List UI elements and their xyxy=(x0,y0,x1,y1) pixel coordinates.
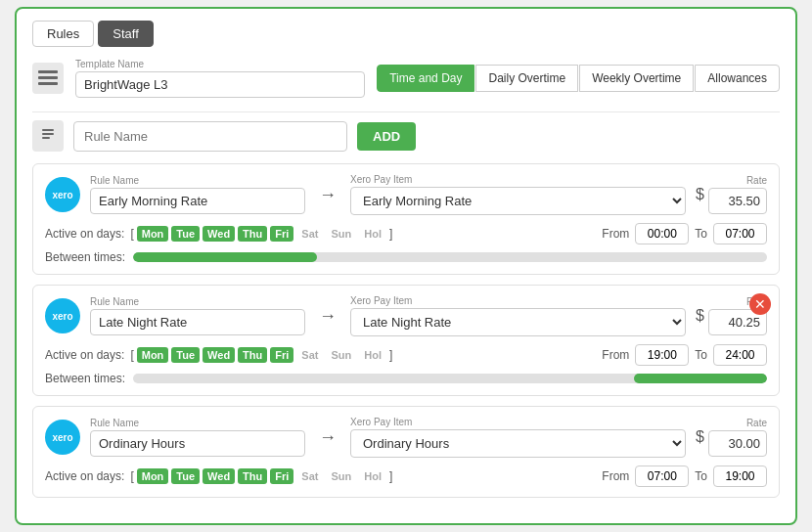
pay-item-box-1: Xero Pay Item Early Morning Rate xyxy=(350,174,686,215)
between-times-text-1: Between times: xyxy=(45,250,125,264)
day-sun-1[interactable]: Sun xyxy=(326,226,356,242)
rule-card-top-3: xero Rule Name → Xero Pay Item Ordinary … xyxy=(45,417,767,458)
rate-input-1[interactable] xyxy=(708,188,767,214)
header-divider xyxy=(32,111,780,112)
time-range-2: From To xyxy=(602,344,767,366)
time-bar-1 xyxy=(133,252,767,262)
between-times-text-2: Between times: xyxy=(45,372,125,385)
days-brackets-1: [ Mon Tue Wed Thu Fri Sat Sun Hol ] xyxy=(130,226,392,242)
rate-label-1: Rate xyxy=(708,175,767,186)
tab-rules[interactable]: Rules xyxy=(32,21,94,47)
svg-rect-3 xyxy=(42,129,54,131)
from-label-1: From xyxy=(602,227,629,241)
day-sun-3[interactable]: Sun xyxy=(326,468,356,484)
add-rule-button[interactable]: ADD xyxy=(357,122,416,151)
day-fri-1[interactable]: Fri xyxy=(270,226,293,242)
rule-name-input-1[interactable] xyxy=(90,188,305,214)
xero-badge-3: xero xyxy=(45,420,80,455)
day-sat-3[interactable]: Sat xyxy=(296,468,323,484)
day-thu-1[interactable]: Thu xyxy=(238,226,267,242)
day-sat-1[interactable]: Sat xyxy=(296,226,323,242)
from-input-3[interactable] xyxy=(635,466,689,487)
nav-btn-daily-overtime[interactable]: Daily Overtime xyxy=(475,65,578,92)
rule-name-box-1: Rule Name xyxy=(90,175,305,214)
pay-item-select-3[interactable]: Ordinary Hours xyxy=(350,429,686,458)
day-thu-3[interactable]: Thu xyxy=(238,468,267,484)
pay-item-box-2: Xero Pay Item Late Night Rate xyxy=(350,295,686,336)
active-days-text-3: Active on days: xyxy=(45,469,124,483)
template-icon xyxy=(32,63,64,94)
pay-item-select-1[interactable]: Early Morning Rate xyxy=(350,187,686,215)
day-wed-1[interactable]: Wed xyxy=(203,226,235,242)
add-rule-row: ADD xyxy=(32,120,780,152)
day-tue-2[interactable]: Tue xyxy=(171,347,200,363)
arrow-icon-1: → xyxy=(319,185,337,205)
to-label-2: To xyxy=(695,348,707,362)
rate-label-3: Rate xyxy=(708,418,767,428)
from-label-2: From xyxy=(602,348,629,362)
active-days-text-2: Active on days: xyxy=(45,348,124,362)
day-mon-3[interactable]: Mon xyxy=(137,468,169,484)
day-sun-2[interactable]: Sun xyxy=(326,347,356,363)
nav-buttons: Time and Day Daily Overtime Weekly Overt… xyxy=(377,65,780,92)
to-label-1: To xyxy=(695,227,707,241)
rules-container: xero Rule Name → Xero Pay Item Early Mor… xyxy=(32,163,780,498)
days-brackets-3: [ Mon Tue Wed Thu Fri Sat Sun Hol ] xyxy=(130,468,392,484)
xero-badge-1: xero xyxy=(45,177,80,212)
rule-name-input-3[interactable] xyxy=(90,430,305,457)
header-row: Template Name Time and Day Daily Overtim… xyxy=(32,59,780,98)
time-range-1: From To xyxy=(602,223,767,244)
pay-item-select-2[interactable]: Late Night Rate xyxy=(350,308,686,336)
to-input-3[interactable] xyxy=(713,466,767,487)
day-fri-2[interactable]: Fri xyxy=(270,347,293,363)
tab-staff[interactable]: Staff xyxy=(98,21,154,47)
new-rule-name-input[interactable] xyxy=(73,121,347,152)
delete-rule-2-button[interactable]: ✕ xyxy=(749,293,771,315)
day-hol-2[interactable]: Hol xyxy=(359,347,386,363)
day-wed-3[interactable]: Wed xyxy=(203,468,235,484)
top-tabs: Rules Staff xyxy=(32,21,780,47)
arrow-icon-2: → xyxy=(319,306,337,327)
time-bar-2 xyxy=(133,374,767,383)
day-hol-1[interactable]: Hol xyxy=(359,226,386,242)
day-sat-2[interactable]: Sat xyxy=(296,347,323,363)
pay-item-box-3: Xero Pay Item Ordinary Hours xyxy=(350,417,686,458)
day-thu-2[interactable]: Thu xyxy=(238,347,267,363)
rule-card-3: xero Rule Name → Xero Pay Item Ordinary … xyxy=(32,406,780,498)
rule-card-2: ✕ xero Rule Name → Xero Pay Item Late Ni… xyxy=(32,285,780,396)
to-input-1[interactable] xyxy=(713,223,767,244)
from-label-3: From xyxy=(602,469,629,483)
svg-rect-4 xyxy=(42,133,54,135)
from-input-2[interactable] xyxy=(635,344,689,366)
svg-rect-2 xyxy=(38,82,58,85)
dollar-sign-3: $ xyxy=(696,428,704,446)
to-input-2[interactable] xyxy=(713,344,767,366)
app-container: Rules Staff Template Name Time and Day D… xyxy=(15,7,797,525)
day-tue-3[interactable]: Tue xyxy=(171,468,200,484)
rate-box-3: Rate xyxy=(708,418,767,457)
nav-btn-time-and-day[interactable]: Time and Day xyxy=(377,65,474,92)
nav-btn-allowances[interactable]: Allowances xyxy=(695,65,780,92)
time-bar-fill-2 xyxy=(634,374,767,383)
pay-item-label-3: Xero Pay Item xyxy=(350,417,686,427)
active-days-text-1: Active on days: xyxy=(45,227,124,241)
template-name-input[interactable] xyxy=(75,71,365,98)
dollar-rate-3: $ Rate xyxy=(696,418,767,457)
rule-card-1: xero Rule Name → Xero Pay Item Early Mor… xyxy=(32,163,780,275)
rule-card-top-1: xero Rule Name → Xero Pay Item Early Mor… xyxy=(45,174,767,215)
day-mon-2[interactable]: Mon xyxy=(137,347,169,363)
rate-input-3[interactable] xyxy=(708,430,767,457)
day-fri-3[interactable]: Fri xyxy=(270,468,293,484)
day-hol-3[interactable]: Hol xyxy=(359,468,386,484)
day-tue-1[interactable]: Tue xyxy=(171,226,200,242)
rule-name-label-1: Rule Name xyxy=(90,175,305,186)
day-mon-1[interactable]: Mon xyxy=(137,226,169,242)
rate-box-1: Rate xyxy=(708,175,767,214)
from-input-1[interactable] xyxy=(635,223,689,244)
template-name-field: Template Name xyxy=(75,59,365,98)
active-days-row-2: Active on days: [ Mon Tue Wed Thu Fri Sa… xyxy=(45,344,767,366)
rule-name-input-2[interactable] xyxy=(90,309,305,335)
day-wed-2[interactable]: Wed xyxy=(203,347,235,363)
nav-btn-weekly-overtime[interactable]: Weekly Overtime xyxy=(579,65,694,92)
rule-name-box-2: Rule Name xyxy=(90,296,305,335)
